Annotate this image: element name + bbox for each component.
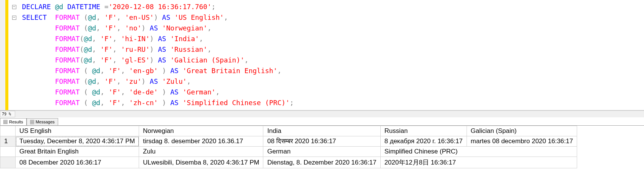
col-header[interactable]: Simplified Chinese (PRC) <box>380 147 577 157</box>
row-number[interactable] <box>0 157 16 168</box>
punct: ; <box>290 99 294 107</box>
punct: , <box>92 56 100 64</box>
string: 'F' <box>100 45 113 53</box>
function: FORMAT <box>55 56 80 64</box>
punct: , <box>117 24 125 32</box>
ssms-window: − − DECLARE @d DATETIME ='2020-12-08 16:… <box>0 0 644 195</box>
cell[interactable]: 08 December 2020 16:36:17 <box>16 157 139 168</box>
keyword: AS <box>170 99 179 107</box>
function: FORMAT <box>55 45 80 53</box>
string: 'Galician (Spain)' <box>170 56 244 64</box>
keyword: DATETIME <box>67 3 100 11</box>
punct: , <box>224 13 228 21</box>
punct: , <box>121 99 129 107</box>
punct: , <box>117 13 125 21</box>
col-header[interactable]: Great Britain English <box>16 147 139 157</box>
tab-results[interactable]: Results <box>0 118 27 125</box>
cell[interactable]: Dienstag, 8. Dezember 2020 16:36:17 <box>263 157 380 168</box>
function: FORMAT <box>55 99 80 107</box>
row-header-corner[interactable] <box>0 147 16 157</box>
punct: , <box>199 35 203 43</box>
cell[interactable]: 08 दिसम्बर 2020 16:36:17 <box>263 136 380 147</box>
operator: = <box>100 3 109 11</box>
string: 'no' <box>125 24 141 32</box>
messages-icon <box>30 120 34 124</box>
keyword: DECLARE <box>22 3 51 11</box>
string: 'de-de' <box>129 88 158 96</box>
string: 'India' <box>170 35 199 43</box>
function: FORMAT <box>55 35 80 43</box>
punct: , <box>207 24 212 32</box>
punct: , <box>96 24 104 32</box>
punct: ( <box>80 88 92 96</box>
cell[interactable]: Tuesday, December 8, 2020 4:36:17 PM <box>16 136 139 147</box>
string: 'Russian' <box>170 45 207 53</box>
punct: ( <box>80 99 92 107</box>
cell[interactable]: 2020年12月8日 16:36:17 <box>380 157 577 168</box>
punct: , <box>100 67 109 75</box>
function: FORMAT <box>55 13 80 21</box>
col-header[interactable]: Zulu <box>139 147 263 157</box>
punct: , <box>100 99 109 107</box>
cell[interactable]: 8 декабря 2020 г. 16:36:17 <box>380 136 467 147</box>
function: FORMAT <box>55 24 80 32</box>
col-header[interactable]: Norwegian <box>139 126 263 136</box>
punct: , <box>112 56 121 64</box>
punct: ; <box>212 3 216 11</box>
variable: @d <box>88 24 96 32</box>
string: 'Norwegian' <box>162 24 207 32</box>
punct: ) <box>154 13 162 21</box>
punct: ) <box>158 67 171 75</box>
col-header[interactable]: US English <box>16 126 139 136</box>
keyword: SELECT <box>22 13 47 21</box>
col-header[interactable]: Russian <box>380 126 467 136</box>
zoom-dropdown[interactable]: 79 % <box>0 111 15 117</box>
collapse-icon[interactable]: − <box>12 16 16 20</box>
keyword: AS <box>158 56 166 64</box>
col-header[interactable]: German <box>263 147 380 157</box>
cell[interactable]: martes 08 decembro 2020 16:36:17 <box>467 136 577 147</box>
punct: , <box>207 45 212 53</box>
punct: , <box>96 13 104 21</box>
keyword: AS <box>150 77 158 85</box>
string: 'Simplified Chinese (PRC)' <box>183 99 290 107</box>
punct: ( <box>80 13 88 21</box>
row-header-corner[interactable] <box>0 126 16 136</box>
string: 'F' <box>109 88 121 96</box>
row-number[interactable]: 1 <box>0 136 16 147</box>
editor-pane: − − DECLARE @d DATETIME ='2020-12-08 16:… <box>0 0 644 110</box>
cell[interactable]: ULwesibili, Disemba 8, 2020 4:36:17 PM <box>139 157 263 168</box>
punct: ( <box>80 67 92 75</box>
tab-label: Results <box>9 120 23 124</box>
punct: , <box>92 45 100 53</box>
collapse-icon[interactable]: − <box>12 5 16 9</box>
cell[interactable]: tirsdag 8. desember 2020 16.36.17 <box>139 136 263 147</box>
function: FORMAT <box>55 88 80 96</box>
zoom-bar: 79 % <box>0 110 644 117</box>
variable: @d <box>84 45 92 53</box>
tab-label: Messages <box>36 120 55 124</box>
variable: @d <box>88 13 96 21</box>
punct: ) <box>158 99 171 107</box>
result-table: US English Norwegian India Russian Galic… <box>0 126 577 168</box>
string: 'F' <box>104 13 117 21</box>
results-tabs: Results Messages <box>0 117 644 126</box>
string: 'zh-cn' <box>129 99 158 107</box>
grid-icon <box>3 120 8 124</box>
col-header[interactable]: Galician (Spain) <box>467 126 577 136</box>
string: 'zu' <box>125 77 141 85</box>
punct: ( <box>80 24 88 32</box>
string: 'hi-IN' <box>121 35 150 43</box>
variable: @d <box>88 77 96 85</box>
string: 'F' <box>109 99 121 107</box>
sql-editor[interactable]: DECLARE @d DATETIME ='2020-12-08 16:36:1… <box>20 0 644 110</box>
function: FORMAT <box>55 67 80 75</box>
col-header[interactable]: India <box>263 126 380 136</box>
string: 'ru-RU' <box>121 45 150 53</box>
punct: , <box>112 35 121 43</box>
punct: , <box>92 35 100 43</box>
punct: ( <box>80 56 84 64</box>
tab-messages[interactable]: Messages <box>27 118 58 125</box>
keyword: AS <box>150 24 158 32</box>
results-grid[interactable]: US English Norwegian India Russian Galic… <box>0 126 644 195</box>
